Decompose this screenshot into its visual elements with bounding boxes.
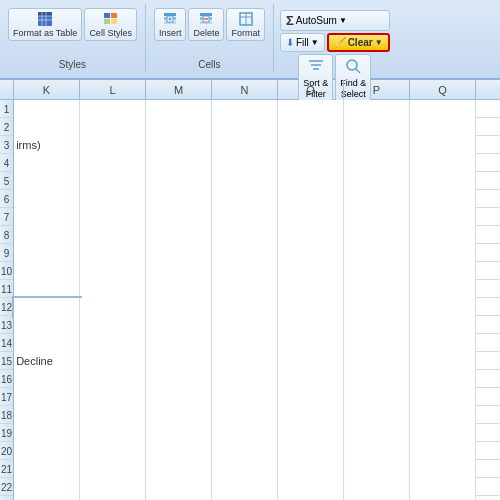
grid-cell[interactable] (146, 460, 212, 478)
grid-cell[interactable] (212, 334, 278, 352)
grid-cell[interactable] (80, 172, 146, 190)
grid-cell[interactable] (14, 226, 80, 244)
grid-cell[interactable] (278, 136, 344, 154)
grid-cell[interactable] (278, 208, 344, 226)
grid-cell[interactable] (212, 226, 278, 244)
grid-cell[interactable] (278, 298, 344, 316)
grid-cell[interactable] (212, 172, 278, 190)
grid-cell[interactable] (146, 442, 212, 460)
grid-cell[interactable] (212, 388, 278, 406)
grid-cell[interactable] (344, 190, 410, 208)
grid-cell[interactable] (80, 226, 146, 244)
grid-cell[interactable] (212, 280, 278, 298)
grid-cell[interactable] (278, 316, 344, 334)
grid-cell[interactable] (410, 118, 476, 136)
autosum-dropdown[interactable]: ▼ (339, 16, 347, 25)
grid-cell[interactable] (80, 352, 146, 370)
grid-cell[interactable] (146, 370, 212, 388)
grid-cell[interactable] (146, 478, 212, 496)
grid-cell[interactable] (80, 244, 146, 262)
grid-cell[interactable] (14, 388, 80, 406)
grid-cell[interactable] (146, 262, 212, 280)
grid-cell[interactable] (80, 262, 146, 280)
grid-cell[interactable] (410, 388, 476, 406)
grid-cell[interactable] (410, 460, 476, 478)
col-header-k[interactable]: K (14, 80, 80, 99)
grid-cell[interactable] (278, 262, 344, 280)
grid-cell[interactable] (278, 460, 344, 478)
grid-cell[interactable] (344, 478, 410, 496)
grid-cell[interactable] (80, 136, 146, 154)
grid-cell[interactable] (410, 226, 476, 244)
col-header-q[interactable]: Q (410, 80, 476, 99)
grid-cell[interactable] (14, 424, 80, 442)
grid-cell[interactable] (410, 316, 476, 334)
grid-cell[interactable] (14, 244, 80, 262)
fill-button[interactable]: ⬇ Fill ▼ (280, 33, 325, 52)
grid-cell[interactable] (80, 442, 146, 460)
grid-cell[interactable] (344, 460, 410, 478)
grid-cell[interactable] (278, 478, 344, 496)
grid-cell[interactable] (278, 226, 344, 244)
grid-cell[interactable] (410, 442, 476, 460)
grid-cell[interactable] (14, 298, 80, 316)
format-as-table-button[interactable]: Format as Table (8, 8, 82, 41)
grid-cell[interactable] (344, 118, 410, 136)
grid-cell[interactable] (14, 406, 80, 424)
grid-cell[interactable] (344, 316, 410, 334)
grid-cell[interactable] (14, 208, 80, 226)
grid-cell[interactable] (14, 370, 80, 388)
grid-cell[interactable] (146, 136, 212, 154)
grid-cell[interactable] (212, 154, 278, 172)
grid-cell[interactable] (14, 190, 80, 208)
grid-cell[interactable] (146, 208, 212, 226)
grid-cell[interactable] (146, 352, 212, 370)
grid-cell[interactable] (344, 406, 410, 424)
grid-cell[interactable] (14, 172, 80, 190)
grid-cell[interactable] (278, 280, 344, 298)
grid-cell[interactable] (14, 460, 80, 478)
grid-cell[interactable] (344, 262, 410, 280)
grid-cell[interactable] (146, 316, 212, 334)
format-button[interactable]: Format (226, 8, 265, 41)
grid-cell[interactable] (410, 496, 476, 500)
grid-cell[interactable] (80, 334, 146, 352)
autosum-button[interactable]: Σ AutoSum ▼ (280, 10, 390, 31)
fill-dropdown[interactable]: ▼ (311, 38, 319, 47)
grid-cell[interactable] (212, 316, 278, 334)
grid-cell[interactable] (146, 496, 212, 500)
grid-cell[interactable] (410, 100, 476, 118)
grid-cell[interactable] (410, 262, 476, 280)
grid-cell[interactable] (146, 226, 212, 244)
grid-cell[interactable] (278, 442, 344, 460)
col-header-o[interactable]: O (278, 80, 344, 99)
col-header-p[interactable]: P (344, 80, 410, 99)
grid-cell[interactable] (14, 262, 80, 280)
grid-cell[interactable] (410, 154, 476, 172)
grid-cell[interactable] (278, 154, 344, 172)
grid-cell[interactable] (80, 388, 146, 406)
grid-cell[interactable] (80, 316, 146, 334)
grid-cell[interactable] (344, 136, 410, 154)
grid-cell[interactable] (212, 208, 278, 226)
grid-cell[interactable] (410, 280, 476, 298)
grid-cell[interactable] (80, 496, 146, 500)
grid-cell[interactable] (344, 442, 410, 460)
grid-cell[interactable] (344, 424, 410, 442)
grid-cell[interactable] (80, 424, 146, 442)
grid-cell[interactable] (146, 118, 212, 136)
grid-cell[interactable] (410, 370, 476, 388)
grid-cell[interactable] (278, 334, 344, 352)
grid-cell[interactable] (14, 496, 80, 500)
grid-cell[interactable] (278, 244, 344, 262)
grid-cell[interactable] (410, 208, 476, 226)
grid-cell[interactable] (212, 370, 278, 388)
grid-cell[interactable] (146, 244, 212, 262)
grid-cell[interactable] (212, 262, 278, 280)
delete-button[interactable]: Delete (188, 8, 224, 41)
grid-cell[interactable] (146, 406, 212, 424)
col-header-m[interactable]: M (146, 80, 212, 99)
grid-cell[interactable] (146, 190, 212, 208)
grid-cell[interactable] (344, 280, 410, 298)
grid-cell[interactable] (14, 334, 80, 352)
